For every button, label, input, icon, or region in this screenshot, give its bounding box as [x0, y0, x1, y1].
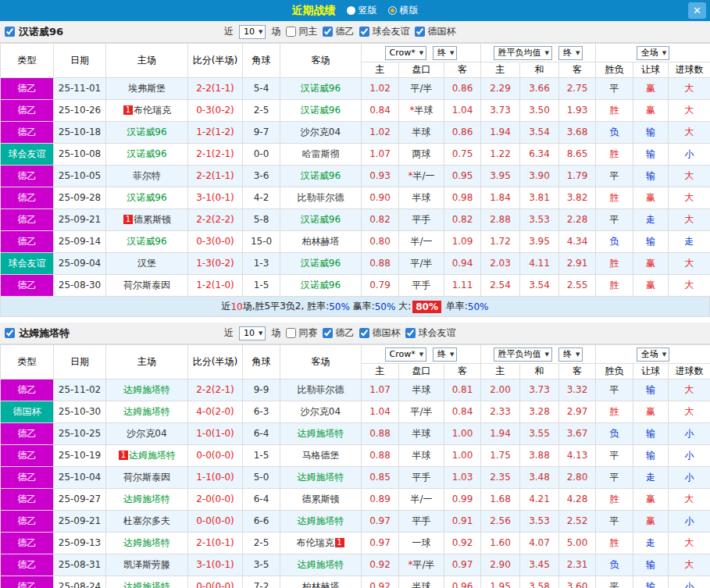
match-date: 25-10-30 — [54, 401, 106, 423]
recent-results-table: 类型 日期 主场 比分(半场) 角球 客场 Crow*▼ 终▼ 胜平负均 — [0, 344, 710, 588]
away-team-cell: 比勒菲尔德 — [280, 380, 362, 401]
away-team-cell: 汉诺威96 — [280, 253, 362, 275]
corner-cell: 5-0 — [243, 467, 280, 489]
avg-draw-odds: 3.28 — [520, 401, 559, 423]
ah-away-odds: 0.81 — [444, 380, 481, 401]
recent-count-select[interactable]: 10 ▼ — [239, 326, 266, 340]
match-date: 25-08-30 — [54, 275, 106, 297]
summary-part: 50% — [375, 301, 396, 312]
avg-odds-final-select[interactable]: 终▼ — [558, 46, 583, 60]
col-ah-home: 主 — [362, 62, 399, 78]
filter-checkbox[interactable] — [286, 27, 296, 37]
away-favored-star: * — [408, 559, 412, 570]
filter-checkbox[interactable] — [323, 328, 333, 338]
filter-option-same-venue[interactable]: 同主 — [286, 25, 317, 38]
ah-line-cell: 平/半 — [399, 78, 444, 100]
col-ah-home: 主 — [362, 364, 399, 380]
hannover-section: 汉诺威96 近 10 ▼ 场 同主 德乙 球会友 — [0, 21, 710, 317]
recent-count-value: 10 — [244, 27, 255, 37]
close-button[interactable]: ✕ — [688, 2, 706, 19]
section-header: 汉诺威96 近 10 ▼ 场 同主 德乙 球会友 — [0, 21, 710, 43]
away-team-cell: 汉诺威96 — [280, 100, 362, 122]
summary-bar: 近10场,胜5平3负2, 胜率:50% 赢率:50% 大:80% 单率:50% — [0, 297, 710, 317]
team-cell-content: 汉诺威96 — [301, 214, 341, 225]
avg-draw-odds: 4.07 — [520, 533, 559, 554]
ah-home-odds: 0.82 — [362, 209, 399, 231]
layout-radio-horizontal[interactable]: 横版 — [388, 4, 419, 17]
team-toggle[interactable]: 达姆施塔特 — [5, 326, 70, 340]
home-team-cell: 汉诺威96 — [106, 231, 188, 253]
result-handicap: 走 — [633, 209, 669, 231]
away-favored-star: * — [408, 170, 412, 181]
odds-company-select[interactable]: Crow*▼ — [385, 347, 427, 362]
unit-label: 场 — [271, 326, 280, 340]
ah-line-cell: 半球 — [399, 122, 444, 144]
score-cell: 2-1(2-1) — [188, 144, 243, 166]
ah-home-odds: 1.07 — [362, 380, 399, 401]
odds-company-select[interactable]: Crow*▼ — [385, 46, 427, 60]
result-wdl: 胜 — [596, 253, 633, 275]
recent-count-select[interactable]: 10 ▼ — [239, 25, 266, 39]
avg-odds-select[interactable]: 胜平负均值▼ — [494, 347, 552, 362]
opponent-team-name: 比勒菲尔德 — [298, 384, 344, 395]
layout-radio-vertical[interactable]: 竖版 — [347, 4, 377, 17]
result-handicap: 走 — [633, 467, 669, 489]
filter-option-cup[interactable]: 德国杯 — [359, 326, 400, 340]
team-cell-content: 沙尔克04 — [127, 428, 166, 439]
match-type-badge: 德国杯 — [1, 401, 54, 423]
match-row: 德乙25-08-31凯泽斯劳滕3-1(0-1)3-5达姆施塔特0.92*平/半0… — [1, 554, 710, 576]
corner-cell: 5-4 — [243, 78, 280, 100]
team-toggle[interactable]: 汉诺威96 — [5, 25, 63, 39]
filter-checkbox[interactable] — [415, 27, 425, 37]
avg-odds-select[interactable]: 胜平负均值▼ — [494, 46, 552, 60]
result-handicap: 赢 — [633, 275, 669, 297]
odds-company-final-select[interactable]: 终▼ — [433, 46, 457, 60]
match-scope-select[interactable]: 全场▼ — [637, 347, 669, 362]
match-date: 25-09-27 — [54, 489, 106, 511]
filter-checkbox[interactable] — [323, 27, 333, 37]
ah-away-odds: 0.92 — [444, 533, 481, 554]
avg-odds-final-select[interactable]: 终▼ — [558, 347, 583, 362]
team-cell-content: 哈雷斯彻 — [302, 148, 340, 159]
result-goals: 大 — [669, 533, 710, 554]
match-scope-select[interactable]: 全场▼ — [637, 46, 669, 60]
opponent-team-name: 德累斯顿 — [134, 214, 171, 225]
avg-away-odds: 2.55 — [559, 275, 596, 297]
filter-option-friendly[interactable]: 球会友谊 — [359, 25, 409, 38]
ah-line-cell: 平手 — [399, 275, 444, 297]
filter-option-friendly[interactable]: 球会友谊 — [405, 326, 455, 340]
opponent-team-name: 杜塞尔多夫 — [123, 515, 170, 526]
team-name: 汉诺威96 — [19, 25, 63, 39]
chevron-down-icon: ▼ — [662, 50, 666, 56]
corner-cell: 9-7 — [243, 122, 280, 144]
filter-option-same-competition[interactable]: 同赛 — [286, 326, 317, 340]
ah-home-odds: 0.79 — [362, 275, 399, 297]
team-cell-content: 达姆施塔特 — [123, 494, 170, 504]
summary-part: 近 — [221, 300, 230, 313]
score-cell: 1-0(1-0) — [188, 423, 243, 445]
red-card-badge: 1 — [335, 538, 344, 547]
team-checkbox[interactable] — [5, 328, 15, 338]
away-team-cell: 沙尔克04 — [280, 401, 362, 423]
avg-draw-odds: 3.95 — [520, 231, 559, 253]
filter-checkbox[interactable] — [405, 328, 416, 338]
filter-option-league[interactable]: 德乙 — [323, 326, 354, 340]
filter-checkbox[interactable] — [286, 328, 296, 338]
result-goals: 大 — [669, 122, 710, 144]
odds-company-final-select[interactable]: 终▼ — [433, 347, 457, 362]
score-cell: 0-0(0-0) — [188, 576, 243, 588]
avg-home-odds: 2.29 — [481, 78, 520, 100]
filter-option-league[interactable]: 德乙 — [323, 25, 354, 38]
ah-away-odds: 0.75 — [444, 144, 481, 166]
team-checkbox[interactable] — [5, 27, 15, 37]
result-goals: 大 — [669, 253, 710, 275]
section-header: 达姆施塔特 近 10 ▼ 场 同赛 德乙 德国杯 — [0, 323, 710, 344]
result-handicap: 输 — [633, 122, 669, 144]
ah-home-odds: 0.97 — [362, 511, 399, 533]
filter-option-cup[interactable]: 德国杯 — [415, 25, 455, 38]
filter-checkbox[interactable] — [359, 27, 369, 37]
col-ah-line: 盘口 — [399, 62, 444, 78]
result-wdl: 负 — [596, 122, 633, 144]
filter-checkbox[interactable] — [359, 328, 369, 338]
avg-home-odds: 3.95 — [481, 166, 520, 187]
